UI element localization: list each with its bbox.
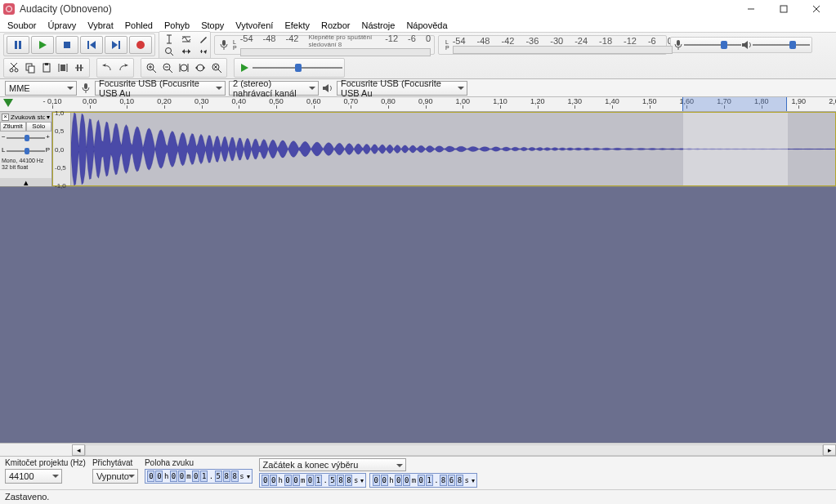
track-control-panel[interactable]: × Zvuková sto ▾ Ztlumit Sólo − + L P Mon… xyxy=(0,112,52,186)
svg-marker-60 xyxy=(203,66,205,69)
zoom-tool[interactable] xyxy=(161,44,177,59)
menu-analyze[interactable]: Rozbor xyxy=(315,20,355,30)
menu-effect[interactable]: Efekty xyxy=(279,20,315,30)
gain-slider[interactable]: − + xyxy=(2,133,50,143)
recording-volume-slider[interactable] xyxy=(684,39,741,51)
pan-slider[interactable]: L P xyxy=(2,146,50,156)
playback-speed-slider[interactable] xyxy=(253,62,342,74)
redo-button[interactable] xyxy=(115,60,132,75)
menu-tracks[interactable]: Stopy xyxy=(195,20,230,30)
track-name[interactable]: Zvuková sto xyxy=(11,114,45,121)
playback-volume-slider[interactable] xyxy=(753,39,810,51)
ruler-tick: 0,10 xyxy=(110,97,143,105)
fit-project-button[interactable] xyxy=(192,60,208,75)
timeshift-tool[interactable] xyxy=(178,44,194,59)
copy-button[interactable] xyxy=(22,60,38,75)
svg-line-62 xyxy=(218,69,221,73)
recording-meter[interactable]: L P -54 -48 -42 Klepněte pro spuštění sl… xyxy=(214,35,435,55)
project-rate-label: Kmitočet projektu (Hz) xyxy=(5,458,86,467)
maximize-button[interactable] xyxy=(767,0,800,18)
selection-region xyxy=(683,113,788,185)
selection-mode-select[interactable]: Začátek a konec výběru xyxy=(259,458,406,471)
ruler-tick: 1,30 xyxy=(558,97,591,105)
project-rate-select[interactable]: 44100 xyxy=(5,469,62,484)
timeline-ruler[interactable]: - 0,100,000,100,200,300,400,500,600,700,… xyxy=(0,97,836,112)
time-format-menu[interactable]: ▾ xyxy=(470,477,475,484)
menu-generate[interactable]: Vytvoření xyxy=(230,20,279,30)
minimize-button[interactable] xyxy=(735,0,767,18)
zoom-toolbar xyxy=(141,58,227,78)
skip-start-button[interactable] xyxy=(80,36,103,54)
svg-point-32 xyxy=(10,69,13,72)
skip-end-button[interactable] xyxy=(105,36,127,54)
playback-meter[interactable]: L P -54 -48 -42 -36 -30 -24 -18 -12 -6 0 xyxy=(438,35,667,55)
audio-position-label: Poloha zvuku xyxy=(145,458,253,467)
selection-end-field[interactable]: 00 h 00 m 01.868 s▾ xyxy=(369,473,477,488)
undo-button[interactable] xyxy=(99,60,115,75)
play-button[interactable] xyxy=(31,36,54,54)
track-collapse-button[interactable]: ▴ xyxy=(0,178,51,186)
menu-file[interactable]: Soubor xyxy=(2,20,42,30)
horizontal-scrollbar[interactable]: ◂ ▸ xyxy=(0,443,836,456)
svg-rect-7 xyxy=(64,42,70,48)
silence-button[interactable] xyxy=(71,60,87,75)
selection-start-field[interactable]: 00 h 00 m 01.588 s▾ xyxy=(259,473,367,488)
ruler-tick: 1,10 xyxy=(484,97,516,105)
stop-button[interactable] xyxy=(56,36,78,54)
svg-rect-45 xyxy=(80,65,82,71)
waveform-display[interactable]: 1,00,50,0-0,5-1,0 xyxy=(52,112,836,186)
time-format-menu[interactable]: ▾ xyxy=(359,477,364,484)
audio-position-field[interactable]: 00 h 00 m 01.588 s▾ xyxy=(145,469,253,484)
scroll-right-button[interactable]: ▸ xyxy=(823,444,836,456)
zoom-out-button[interactable] xyxy=(159,60,176,75)
menu-select[interactable]: Vybrat xyxy=(82,20,118,30)
vertical-scale[interactable]: 1,00,50,0-0,5-1,0 xyxy=(53,113,71,185)
undo-toolbar xyxy=(96,58,134,78)
zoom-toggle-button[interactable] xyxy=(208,60,225,75)
close-button[interactable] xyxy=(800,0,833,18)
zoom-in-button[interactable] xyxy=(143,60,159,75)
svg-rect-66 xyxy=(84,83,87,89)
pause-button[interactable] xyxy=(7,36,29,54)
menu-help[interactable]: Nápověda xyxy=(400,20,453,30)
paste-button[interactable] xyxy=(38,60,55,75)
menu-edit[interactable]: Úpravy xyxy=(42,20,82,30)
trim-button[interactable] xyxy=(55,60,71,75)
cut-button[interactable] xyxy=(6,60,22,75)
svg-line-19 xyxy=(171,53,173,56)
play-at-speed-button[interactable] xyxy=(236,60,253,75)
device-toolbar: MME Focusrite USB (Focusrite USB Au 2 (s… xyxy=(0,79,836,97)
speaker-icon xyxy=(741,39,753,51)
svg-point-33 xyxy=(15,69,18,72)
status-bar: Zastaveno. xyxy=(0,489,836,504)
mute-button[interactable]: Ztlumit xyxy=(0,122,26,132)
svg-point-12 xyxy=(136,41,145,49)
track-close-button[interactable]: × xyxy=(2,114,9,121)
window-titlebar: Audacity (Obnoveno) xyxy=(0,0,836,18)
svg-marker-25 xyxy=(203,50,207,54)
multi-tool[interactable] xyxy=(195,44,212,59)
recording-channels-select[interactable]: 2 (stereo) nahrávací kanál xyxy=(229,81,319,96)
fit-selection-button[interactable] xyxy=(176,60,192,75)
time-format-menu[interactable]: ▾ xyxy=(245,473,250,480)
svg-marker-31 xyxy=(742,41,748,49)
solo-button[interactable]: Sólo xyxy=(26,122,52,132)
recording-device-select[interactable]: Focusrite USB (Focusrite USB Au xyxy=(95,81,226,96)
track-menu-button[interactable]: ▾ xyxy=(47,114,50,121)
tracks-empty-area[interactable] xyxy=(0,187,836,443)
svg-marker-9 xyxy=(90,41,96,49)
menu-tools[interactable]: Nástroje xyxy=(355,20,400,30)
menu-view[interactable]: Pohled xyxy=(119,20,159,30)
scroll-left-button[interactable]: ◂ xyxy=(72,444,85,456)
app-icon xyxy=(3,3,15,15)
playback-device-select[interactable]: Focusrite USB (Focusrite USB Au xyxy=(337,81,467,96)
snap-select[interactable]: Vypnuto xyxy=(92,469,138,484)
audio-host-select[interactable]: MME xyxy=(5,81,77,96)
record-button[interactable] xyxy=(129,36,152,54)
svg-marker-22 xyxy=(188,49,190,54)
microphone-icon xyxy=(673,39,684,51)
menu-transport[interactable]: Pohyb xyxy=(159,20,195,30)
playhead-pin-icon[interactable] xyxy=(3,99,13,107)
track-row: × Zvuková sto ▾ Ztlumit Sólo − + L P Mon… xyxy=(0,112,836,187)
meter-l-label: L xyxy=(233,39,237,45)
